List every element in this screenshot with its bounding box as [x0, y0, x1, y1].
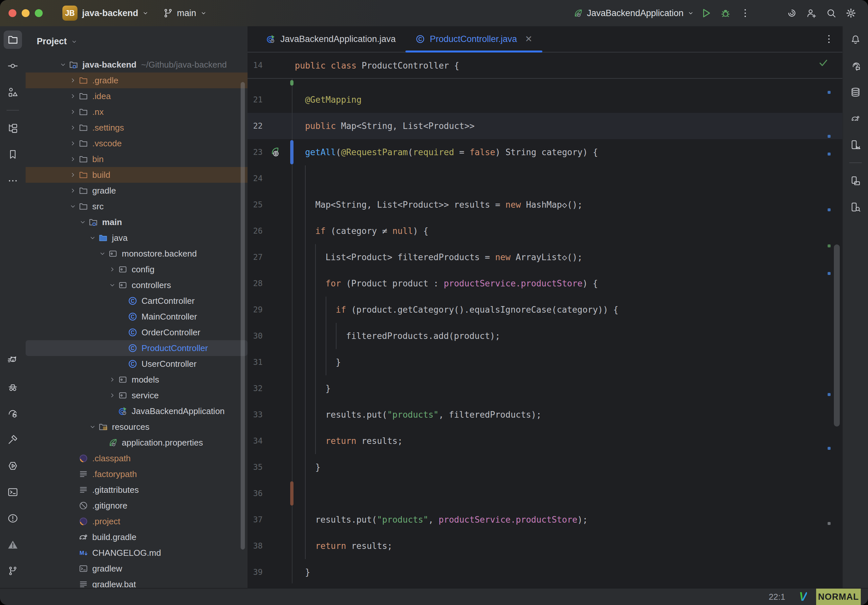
editor-scrollbar[interactable] [834, 244, 840, 427]
ideavim-icon[interactable]: V [799, 590, 807, 604]
chevron-right-icon[interactable] [68, 93, 78, 100]
code-text-37[interactable]: results.put("products", productService.p… [295, 507, 842, 533]
structure-button[interactable] [4, 83, 22, 101]
tree-item-resources[interactable]: resources [26, 419, 248, 435]
gutter-line-38[interactable]: 38 [248, 533, 295, 559]
inspections-ok-icon[interactable] [818, 57, 829, 68]
incognito-button[interactable] [4, 378, 22, 396]
project-panel-header[interactable]: Project [26, 26, 248, 57]
chevron-right-icon[interactable] [68, 171, 78, 178]
gutter-line-14[interactable]: 14 [248, 53, 295, 78]
gradle-button[interactable] [846, 109, 865, 128]
version-control-button[interactable] [4, 562, 22, 580]
build-button[interactable] [4, 430, 22, 449]
code-text-25[interactable]: Map<String, List<Product>> results = new… [295, 192, 842, 218]
more-run-options-button[interactable] [737, 5, 754, 22]
tab-javabackendapplication-java[interactable]: JavaBackendApplication.java [256, 26, 405, 52]
chevron-right-icon[interactable] [68, 187, 78, 194]
code-line-36[interactable]: 36 [248, 480, 842, 507]
zoom-window-button[interactable] [35, 9, 43, 17]
gutter-line-34[interactable]: 34 [248, 428, 295, 454]
code-text-24[interactable] [295, 166, 842, 192]
tree-item-java-backend[interactable]: java-backend~/Github/java-backend [26, 57, 248, 73]
tree-item--idea[interactable]: .idea [26, 88, 248, 104]
code-line-31[interactable]: 31} [248, 349, 842, 375]
run-button[interactable] [697, 5, 715, 22]
gutter-line-36[interactable]: 36 [248, 480, 295, 507]
code-line-21[interactable]: 21@GetMapping [248, 87, 842, 113]
tree-item-usercontroller[interactable]: CUserController [26, 356, 248, 372]
notifications-warning-button[interactable] [4, 535, 22, 554]
caret-position[interactable]: 22:1 [769, 592, 785, 602]
terminal-button[interactable] [4, 483, 22, 501]
tree-item-build[interactable]: build [26, 167, 248, 183]
gutter-line-25[interactable]: 25 [248, 192, 295, 218]
code-line-29[interactable]: 29if (product.getCategory().equalsIgnore… [248, 297, 842, 323]
code-text-28[interactable]: for (Product product : productService.pr… [295, 270, 842, 297]
gutter-line-39[interactable]: 39 [248, 559, 295, 585]
tree-item-src[interactable]: src [26, 198, 248, 214]
code-text-33[interactable]: results.put("products", filteredProducts… [295, 402, 842, 428]
debug-button[interactable] [717, 5, 734, 22]
tree-item--gitignore[interactable]: .gitignore [26, 498, 248, 514]
tree-item-monostore-backend[interactable]: monostore.backend [26, 246, 248, 261]
tree-item-service[interactable]: service [26, 387, 248, 403]
dash-cat-button[interactable] [4, 352, 22, 370]
gutter-line-32[interactable]: 32 [248, 375, 295, 402]
chevron-down-icon[interactable] [78, 218, 88, 226]
code-line-38[interactable]: 38return results; [248, 533, 842, 559]
tree-item-ordercontroller[interactable]: COrderController [26, 325, 248, 340]
search-everywhere-button[interactable] [823, 5, 840, 22]
stripe-mark[interactable] [828, 135, 831, 138]
code-line-34[interactable]: 34return results; [248, 428, 842, 454]
chevron-right-icon[interactable] [68, 77, 78, 84]
project-tree-scrollbar[interactable] [241, 82, 245, 549]
tree-item-gradlew-bat[interactable]: gradlew.bat [26, 576, 248, 588]
sticky-line-14[interactable]: 14public class ProductController { [248, 53, 842, 79]
vcs-changed-marker[interactable] [290, 140, 293, 164]
tree-item--project[interactable]: .project [26, 514, 248, 529]
gutter-line-23[interactable]: 23 [248, 139, 295, 166]
notifications-button[interactable] [846, 31, 865, 49]
chevron-down-icon[interactable] [88, 423, 98, 430]
close-tab-icon[interactable]: ✕ [525, 34, 533, 44]
tree-item-gradlew[interactable]: gradlew [26, 561, 248, 576]
settings-button[interactable] [842, 5, 859, 22]
code-with-me-button[interactable] [803, 5, 820, 22]
chevron-down-icon[interactable] [68, 203, 78, 210]
code-line-35[interactable]: 35} [248, 454, 842, 480]
tree-item-changelog-md[interactable]: MCHANGELOG.md [26, 545, 248, 561]
gutter-line-24[interactable]: 24 [248, 166, 295, 192]
tree-item-config[interactable]: config [26, 261, 248, 277]
services-button[interactable] [4, 457, 22, 475]
database-button[interactable] [846, 83, 865, 101]
code-line-37[interactable]: 37results.put("products", productService… [248, 507, 842, 533]
code-text-31[interactable]: } [295, 349, 842, 375]
gutter-line-35[interactable]: 35 [248, 454, 295, 480]
gutter-line-29[interactable]: 29 [248, 297, 295, 323]
tree-item-main[interactable]: main [26, 214, 248, 230]
chevron-right-icon[interactable] [107, 266, 117, 273]
branch-widget[interactable]: main [163, 8, 207, 19]
problems-button[interactable] [4, 509, 22, 528]
chevron-down-icon[interactable] [98, 250, 107, 257]
stripe-mark[interactable] [828, 153, 831, 156]
tree-item--vscode[interactable]: .vscode [26, 136, 248, 151]
stripe-mark[interactable] [828, 208, 831, 211]
code-text-14[interactable]: public class ProductController { [295, 53, 842, 78]
tree-item-build-gradle[interactable]: build.gradle [26, 529, 248, 545]
tree-item--factorypath[interactable]: .factorypath [26, 466, 248, 482]
chevron-down-icon[interactable] [88, 234, 98, 241]
ai-assistant-button[interactable] [783, 5, 800, 22]
chevron-down-icon[interactable] [107, 282, 117, 289]
tree-item-java[interactable]: java [26, 230, 248, 246]
tree-item--classpath[interactable]: .classpath [26, 450, 248, 466]
tree-item--gitattributes[interactable]: .gitattributes [26, 482, 248, 498]
running-devices-button[interactable] [846, 172, 865, 190]
code-line-32[interactable]: 32} [248, 375, 842, 402]
tree-item--nx[interactable]: .nx [26, 104, 248, 120]
gutter-line-26[interactable]: 26 [248, 218, 295, 244]
minimize-window-button[interactable] [22, 9, 29, 17]
vcs-added-marker[interactable] [290, 80, 293, 86]
gutter-line-30[interactable]: 30 [248, 323, 295, 349]
